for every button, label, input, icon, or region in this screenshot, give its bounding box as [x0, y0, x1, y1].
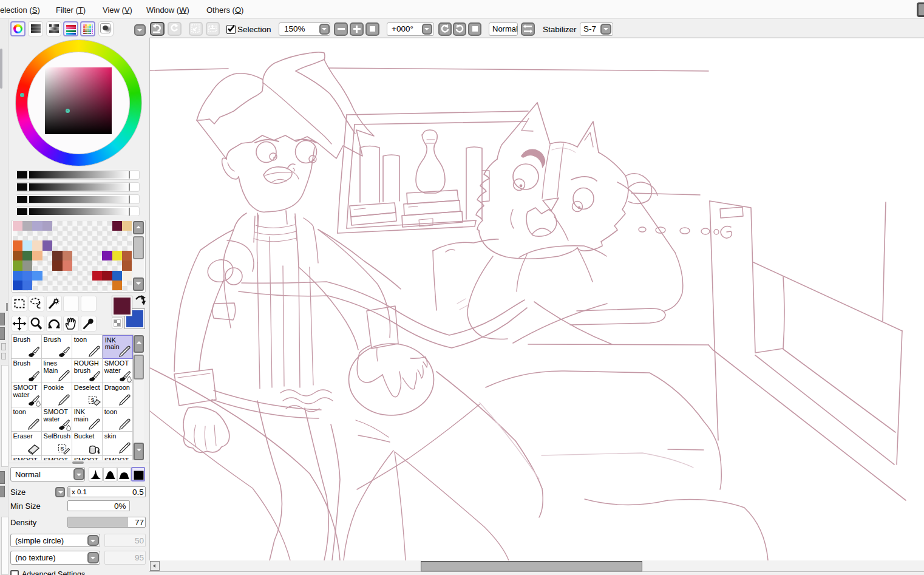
svg-text:S: S	[60, 446, 64, 452]
svg-text:S: S	[90, 397, 94, 403]
